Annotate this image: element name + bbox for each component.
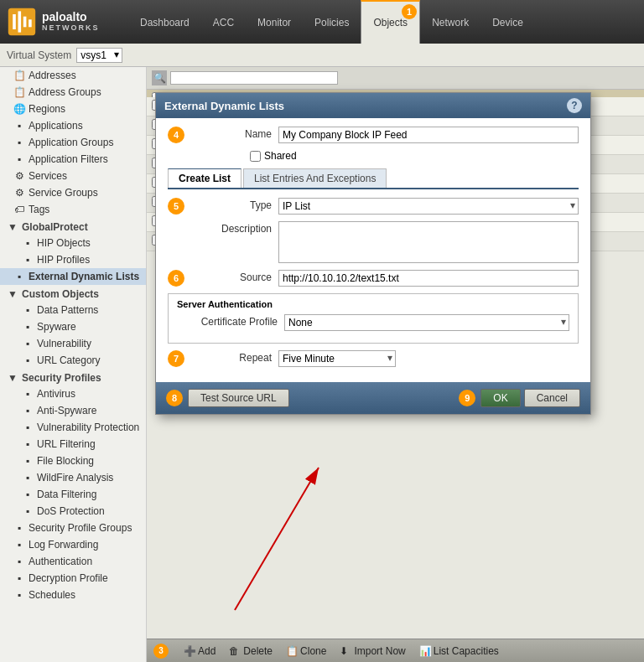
ok-button[interactable]: OK [480,389,520,407]
clone-button[interactable]: 📋 Clone [283,644,330,659]
source-input[interactable] [278,270,579,287]
app-filters-icon: ▪ [13,153,25,165]
addresses-icon: 📋 [13,70,25,81]
sidebar-section-custom-objects[interactable]: ▼ Custom Objects [0,285,146,302]
delete-button[interactable]: 🗑 Delete [226,644,276,659]
sidebar-item-application-filters[interactable]: ▪ Application Filters [0,151,146,168]
sidebar-section-globalprotect[interactable]: ▼ GlobalProtect [0,218,146,235]
tab-device[interactable]: Device [480,0,535,44]
sidebar-item-wildfire[interactable]: ▪ WildFire Analysis [0,469,146,486]
custom-objects-expand-icon: ▼ [7,288,18,300]
wildfire-icon: ▪ [22,472,34,484]
sidebar-item-services[interactable]: ⚙ Services [0,168,146,184]
tab-create-list[interactable]: Create List [168,168,242,188]
vsys-select-wrapper[interactable]: vsys1 [76,48,122,63]
sidebar-item-data-filtering[interactable]: ▪ Data Filtering [0,486,146,503]
sidebar-item-regions[interactable]: 🌐 Regions [0,101,146,117]
sidebar-item-data-patterns[interactable]: ▪ Data Patterns [0,302,146,318]
type-select[interactable]: IP List URL List Domain List [278,198,579,215]
service-groups-icon: ⚙ [13,187,25,199]
shared-row: Shared [168,150,579,162]
tab-dashboard[interactable]: Dashboard [128,0,201,44]
tab-list-entries[interactable]: List Entries And Exceptions [243,168,387,188]
hip-profiles-icon: ▪ [22,254,34,266]
sidebar-section-security-profiles[interactable]: ▼ Security Profiles [0,369,146,385]
app-groups-icon: ▪ [13,137,25,148]
cancel-button[interactable]: Cancel [524,389,580,407]
shared-checkbox[interactable] [250,151,261,162]
list-capacities-button[interactable]: 📊 List Capacities [416,644,502,659]
schedules-icon: ▪ [13,589,25,601]
sidebar-item-antivirus[interactable]: ▪ Antivirus [0,385,146,402]
repeat-select[interactable]: Five Minute Hourly Daily Weekly Monthly [278,350,396,367]
server-auth-section: Server Authentication Certificate Profil… [168,293,579,344]
sidebar-item-url-category[interactable]: ▪ URL Category [0,352,146,369]
vsys-bar: Virtual System vsys1 [0,44,644,67]
sidebar-item-external-dynamic-lists[interactable]: ▪ External Dynamic Lists [0,268,146,285]
type-select-wrapper[interactable]: IP List URL List Domain List [278,198,579,215]
tab-network[interactable]: Network [420,0,480,44]
regions-icon: 🌐 [13,103,25,115]
url-filtering-icon: ▪ [22,438,34,450]
authentication-icon: ▪ [13,556,25,567]
services-icon: ⚙ [13,170,25,182]
log-forwarding-icon: ▪ [13,539,25,551]
brand-name: paloalto NETWORKS [42,11,100,32]
topbar: paloalto NETWORKS Dashboard ACC Monitor … [0,0,644,44]
name-row: 4 Name [168,127,579,143]
sidebar-item-dos-protection[interactable]: ▪ DoS Protection [0,503,146,520]
sidebar-item-hip-profiles[interactable]: ▪ HIP Profiles [0,251,146,268]
sidebar-item-addresses[interactable]: 📋 Addresses [0,67,146,84]
dialog-help-button[interactable]: ? [567,98,582,113]
sidebar-item-log-forwarding[interactable]: ▪ Log Forwarding [0,536,146,553]
tab-acc[interactable]: ACC [201,0,246,44]
source-row: 6 Source [168,270,579,287]
dialog-title: External Dynamic Lists [164,100,284,112]
sidebar-item-application-groups[interactable]: ▪ Application Groups [0,134,146,151]
tab-monitor[interactable]: Monitor [246,0,303,44]
sidebar-item-decryption-profile[interactable]: ▪ Decryption Profile [0,570,146,587]
import-now-button[interactable]: ⬇ Import Now [336,644,408,659]
cert-profile-select[interactable]: None [284,314,569,331]
dialog-external-dynamic-lists: External Dynamic Lists ? 4 Name Shared [155,92,591,415]
content-area: 🔍 Name ▲ Location Description li [147,67,644,662]
sidebar-item-authentication[interactable]: ▪ Authentication [0,553,146,570]
sidebar-item-vuln-protection[interactable]: ▪ Vulnerability Protection [0,419,146,436]
sidebar-item-schedules[interactable]: ▪ Schedules [0,587,146,603]
dialog-tabs: Create List List Entries And Exceptions [168,168,579,189]
footer-right: 9 OK Cancel [459,389,580,407]
add-icon: ➕ [184,645,195,657]
vsys-select[interactable]: vsys1 [76,48,122,63]
sidebar-item-file-blocking[interactable]: ▪ File Blocking [0,453,146,469]
repeat-label: Repeat [196,350,272,364]
security-profile-groups-icon: ▪ [13,522,25,534]
objects-badge: 1 [402,4,417,19]
sidebar-item-service-groups[interactable]: ⚙ Service Groups [0,184,146,201]
test-source-url-button[interactable]: Test Source URL [188,389,289,407]
badge-7: 7 [168,350,184,367]
description-label: Description [196,221,272,235]
svg-rect-4 [29,19,32,27]
repeat-select-wrapper[interactable]: Five Minute Hourly Daily Weekly Monthly [278,350,396,367]
description-textarea[interactable] [278,221,579,263]
add-button[interactable]: ➕ Add [180,644,219,659]
name-input[interactable] [278,127,579,143]
cert-profile-select-wrapper[interactable]: None [284,314,569,331]
tab-policies[interactable]: Policies [303,0,361,44]
sidebar-item-anti-spyware[interactable]: ▪ Anti-Spyware [0,402,146,419]
type-label: Type [196,198,272,211]
tab-objects[interactable]: 1 Objects [361,0,420,44]
applications-icon: ▪ [13,120,25,132]
sidebar-item-spyware[interactable]: ▪ Spyware [0,318,146,335]
file-blocking-icon: ▪ [22,455,34,467]
sidebar-item-hip-objects[interactable]: ▪ HIP Objects [0,235,146,251]
sidebar-item-applications[interactable]: ▪ Applications [0,117,146,134]
sidebar-item-address-groups[interactable]: 📋 Address Groups [0,84,146,101]
sidebar-item-vulnerability[interactable]: ▪ Vulnerability [0,335,146,352]
sidebar-item-tags[interactable]: 🏷 Tags [0,201,146,218]
data-patterns-icon: ▪ [22,304,34,316]
vuln-protection-icon: ▪ [22,422,34,433]
sidebar-item-security-profile-groups[interactable]: ▪ Security Profile Groups [0,520,146,536]
sidebar-item-url-filtering[interactable]: ▪ URL Filtering [0,436,146,453]
vulnerability-icon: ▪ [22,338,34,349]
